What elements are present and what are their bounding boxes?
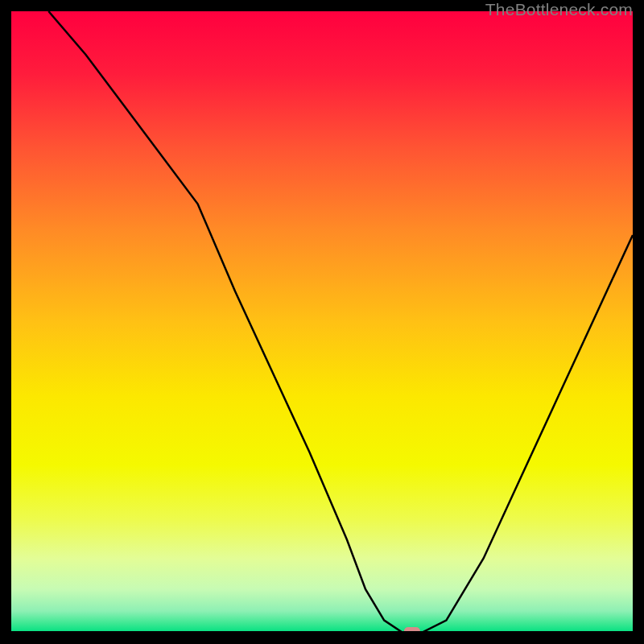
bottleneck-chart [11, 11, 633, 633]
gradient-background [11, 11, 633, 633]
watermark-text: TheBottleneck.com [485, 0, 633, 19]
chart-frame: TheBottleneck.com [0, 0, 644, 644]
plot-area [11, 11, 633, 633]
